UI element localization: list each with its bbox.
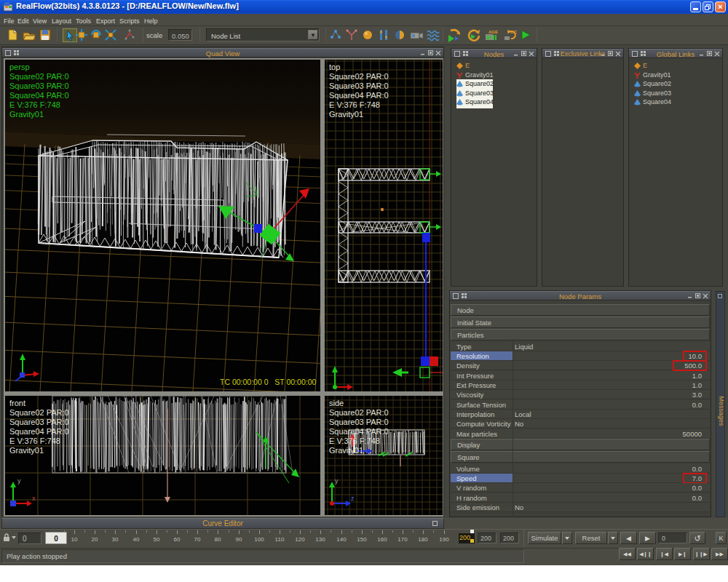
svg-text:TC 00:00:00 0 ST 00:00:00: TC 00:00:00 0 ST 00:00:00 [220,378,316,386]
svg-text:AGE: AGE [488,30,498,34]
svg-text:x: x [32,495,36,502]
svg-text:z: z [351,495,355,502]
svg-text:y: y [17,477,21,485]
svg-text:y: y [335,477,339,485]
